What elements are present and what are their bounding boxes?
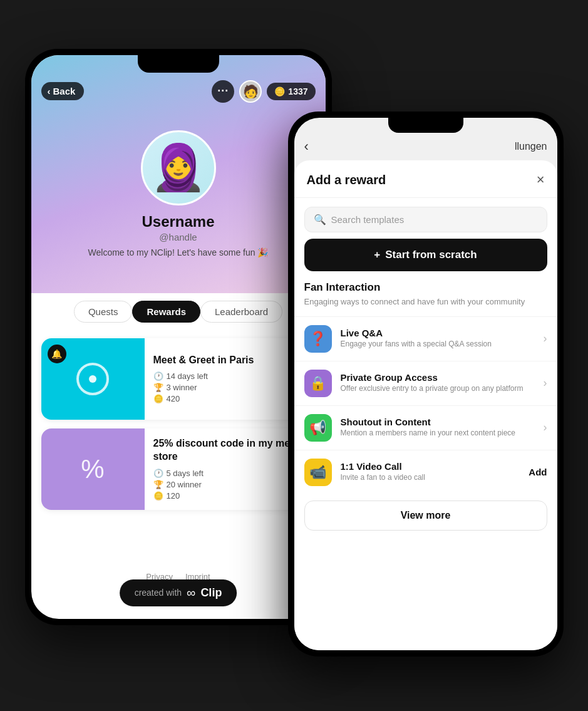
card-title: Meet & Greet in Paris <box>153 354 307 367</box>
phone2-back-button[interactable]: ‹ <box>304 138 309 155</box>
template-items-list: ❓ Live Q&A Engage your fans with a speci… <box>294 316 557 494</box>
add-button[interactable]: Add <box>529 467 547 477</box>
template-item-live-qa[interactable]: ❓ Live Q&A Engage your fans with a speci… <box>294 316 557 361</box>
coins: 🪙 120 <box>153 491 307 501</box>
nclip-logo-icon: ∞ <box>187 586 195 600</box>
reward-cards-list: 🔔 Meet & Greet in Paris 🕐 14 days left 🏆 <box>31 338 326 510</box>
private-group-icon: 🔒 <box>304 370 332 397</box>
winners: 🏆 3 winner <box>153 383 307 392</box>
private-group-desc: Offer exclusive entry to a private group… <box>341 384 535 394</box>
live-qa-name: Live Q&A <box>341 328 535 338</box>
phone1-header: ‹ Back ··· 🧑 🪙 1337 <box>31 73 326 110</box>
video-call-name: 1:1 Video Call <box>341 461 520 472</box>
scratch-label: Start from scratch <box>385 249 477 261</box>
tab-bar: Quests Rewards Leaderboard <box>31 293 326 330</box>
tab-rewards[interactable]: Rewards <box>132 301 200 323</box>
header-right-controls: ··· 🧑 🪙 1337 <box>212 80 315 103</box>
video-call-desc: Invite a fan to a video call <box>341 473 520 483</box>
chevron-left-icon: ‹ <box>48 86 51 96</box>
created-with-bar: created with ∞ Clip <box>120 579 237 606</box>
trophy-icon: 🏆 <box>153 383 163 392</box>
reward-card-meet-greet[interactable]: 🔔 Meet & Greet in Paris 🕐 14 days left 🏆 <box>41 338 316 420</box>
view-more-button[interactable]: View more <box>304 501 547 531</box>
search-bar[interactable]: 🔍 Search templates <box>304 207 547 232</box>
target-icon <box>76 363 109 395</box>
clip-brand-label: Clip <box>200 586 222 599</box>
card-image-cyan: 🔔 <box>41 338 145 420</box>
phone2-screen: ‹ llungen Add a reward × 🔍 Search templa… <box>294 118 557 650</box>
live-qa-desc: Engage your fans with a special Q&A sess… <box>341 340 535 350</box>
phone1-screen: ‹ Back ··· 🧑 🪙 1337 🧕 Username @handle W <box>31 55 326 619</box>
live-qa-info: Live Q&A Engage your fans with a special… <box>341 328 535 350</box>
shoutout-icon: 📢 <box>304 414 332 442</box>
coins-button[interactable]: 🪙 1337 <box>267 83 315 100</box>
search-icon: 🔍 <box>314 214 326 226</box>
section-description: Engaging ways to connect and have fun wi… <box>294 296 557 316</box>
phone2-topbar-title: llungen <box>515 141 547 152</box>
phone2-device: ‹ llungen Add a reward × 🔍 Search templa… <box>288 112 564 657</box>
card-meta: 🕐 5 days left 🏆 20 winner 🪙 120 <box>153 469 307 501</box>
winners: 🏆 20 winner <box>153 480 307 489</box>
private-group-info: Private Group Access Offer exclusive ent… <box>341 372 535 394</box>
coins-icon: 🪙 <box>153 491 163 501</box>
bell-icon: 🔔 <box>48 345 66 363</box>
avatar-button[interactable]: 🧑 <box>239 80 262 103</box>
chevron-right-icon: › <box>544 332 547 345</box>
back-button[interactable]: ‹ Back <box>41 82 85 100</box>
private-group-name: Private Group Access <box>341 372 535 383</box>
clock-icon: 🕐 <box>153 469 163 478</box>
modal-header: Add a reward × <box>294 160 557 198</box>
video-call-info: 1:1 Video Call Invite a fan to a video c… <box>341 461 520 483</box>
shoutout-desc: Mention a members name in your next cont… <box>341 428 535 439</box>
percent-icon: % <box>81 454 104 484</box>
phone1-notch <box>138 55 219 73</box>
tab-leaderboard[interactable]: Leaderboard <box>200 301 282 323</box>
card-image-purple: % <box>41 428 145 510</box>
phone2-topbar: ‹ llungen <box>294 133 557 160</box>
video-call-icon: 📹 <box>304 459 332 486</box>
coins-count: 1337 <box>288 86 307 96</box>
card-title: 25% discount code in my merch store <box>153 437 307 464</box>
more-options-button[interactable]: ··· <box>212 80 234 103</box>
reward-card-discount[interactable]: % 25% discount code in my merch store 🕐 … <box>41 428 316 510</box>
clock-icon: 🕐 <box>153 371 163 381</box>
created-with-label: created with <box>135 588 182 598</box>
phone1-device: ‹ Back ··· 🧑 🪙 1337 🧕 Username @handle W <box>25 49 332 625</box>
trophy-icon: 🏆 <box>153 480 163 489</box>
section-title: Fan Interaction <box>294 281 557 296</box>
back-label: Back <box>53 86 76 96</box>
modal-title: Add a reward <box>307 173 386 187</box>
days-left: 🕐 14 days left <box>153 371 307 381</box>
profile-bio: Welcome to my NClip! Let's have some fun… <box>76 247 281 257</box>
shoutout-info: Shoutout in Content Mention a members na… <box>341 417 535 439</box>
tab-quests[interactable]: Quests <box>74 301 133 323</box>
coins-icon: 🪙 <box>153 394 163 403</box>
search-placeholder: Search templates <box>331 214 405 225</box>
phone2-notch <box>388 118 463 133</box>
add-reward-modal: Add a reward × 🔍 Search templates + Star… <box>294 160 557 650</box>
profile-section: 🧕 Username @handle Welcome to my NClip! … <box>31 130 326 257</box>
template-item-shoutout[interactable]: 📢 Shoutout in Content Mention a members … <box>294 405 557 450</box>
profile-handle: @handle <box>159 232 197 242</box>
chevron-right-icon: › <box>544 376 547 390</box>
template-item-video-call[interactable]: 📹 1:1 Video Call Invite a fan to a video… <box>294 450 557 494</box>
live-qa-icon: ❓ <box>304 325 332 353</box>
coins-stack-icon: 🪙 <box>274 86 285 96</box>
profile-username: Username <box>142 213 214 231</box>
scene: ‹ Back ··· 🧑 🪙 1337 🧕 Username @handle W <box>25 24 564 688</box>
modal-close-button[interactable]: × <box>537 173 545 187</box>
plus-icon: + <box>374 249 380 261</box>
start-from-scratch-button[interactable]: + Start from scratch <box>304 239 547 271</box>
card-meta: 🕐 14 days left 🏆 3 winner 🪙 420 <box>153 371 307 403</box>
template-item-private-group[interactable]: 🔒 Private Group Access Offer exclusive e… <box>294 361 557 405</box>
shoutout-name: Shoutout in Content <box>341 417 535 427</box>
coins: 🪙 420 <box>153 394 307 403</box>
chevron-right-icon: › <box>544 421 547 434</box>
days-left: 🕐 5 days left <box>153 469 307 478</box>
profile-avatar: 🧕 <box>141 130 216 205</box>
